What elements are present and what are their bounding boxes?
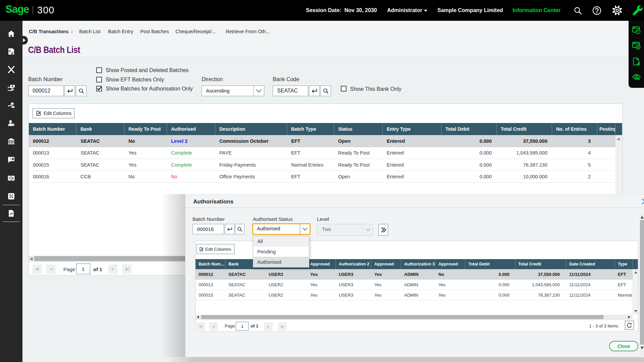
svg-text:$: $ (9, 49, 11, 53)
svg-text:$: $ (12, 176, 14, 180)
